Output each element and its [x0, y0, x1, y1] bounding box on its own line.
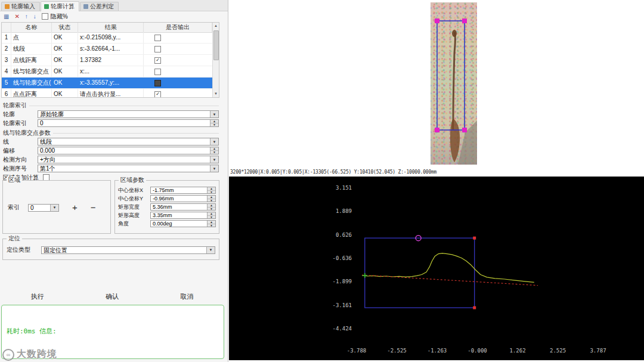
output-checkbox[interactable]: ✓ [154, 57, 161, 64]
move-down-icon[interactable]: ↓ [33, 14, 36, 20]
dropdown-icon[interactable]: ▼ [210, 111, 218, 117]
table-row[interactable]: 5线与轮廓交点(1)OKx:-3.35557,y:... [2, 78, 212, 89]
region-param-spinner[interactable]: -0.96mm▲▼ [150, 195, 216, 202]
spin-down-icon[interactable]: ▼ [210, 123, 218, 126]
region-handle[interactable] [435, 128, 439, 132]
delete-icon[interactable]: ✕ [14, 14, 19, 20]
spinner-value: 5.36mm [151, 204, 207, 210]
intersection-combo[interactable]: 线段▼ [38, 138, 219, 146]
specimen-image[interactable] [431, 2, 477, 165]
cell-result: 请点击执行显... [78, 89, 144, 97]
contour-field-row: 轮廓原始轮廓▼ [3, 110, 219, 119]
region-param-spinner[interactable]: 0.00deg▲▼ [150, 220, 216, 227]
col-result[interactable]: 结果 [78, 23, 144, 32]
intersection-spinner[interactable]: 0.000▲▼ [38, 147, 219, 154]
y-tick-label: 1.889 [336, 208, 352, 214]
image-status-line: 3200*12000|X:0.005|Y:0.005|X:-13305(-66.… [230, 169, 436, 175]
spinner-arrows: ▲▼ [210, 147, 218, 154]
table-row[interactable]: 6点点距离OK请点击执行显...✓ [2, 89, 212, 97]
tab-tolerance[interactable]: 公差判定 [80, 2, 119, 11]
table-scrollbar[interactable]: ▲ ▼ [212, 23, 219, 97]
chart-region-handle[interactable] [473, 237, 476, 240]
region-handle[interactable] [462, 18, 467, 23]
spinner-arrows: ▲▼ [207, 212, 215, 218]
col-name[interactable]: 名称 [11, 23, 52, 32]
dropdown-icon[interactable]: ▼ [210, 156, 218, 163]
move-up-icon[interactable]: ↑ [25, 14, 28, 20]
table-row[interactable]: 3点线距离OK1.37382✓ [2, 55, 212, 66]
region-param-spinner[interactable]: 3.35mm▲▼ [150, 212, 216, 219]
add-region-button[interactable]: + [72, 203, 78, 212]
table-row[interactable]: 2线段OKs:-3.62664,-1... [2, 44, 212, 55]
hide-checkbox[interactable] [42, 13, 48, 20]
chart-region-rect[interactable] [365, 238, 475, 308]
parameter-sections: 轮廓索引 轮廓原始轮廓▼轮廓索引0▲▼ 线与轮廓交点参数 线线段▼偏移0.000… [3, 100, 219, 182]
region-group: 区域 索引 0 ▼ + − [2, 180, 111, 234]
region-param-field-label: 矩形宽度 [118, 203, 149, 211]
row-number: 1 [2, 32, 11, 43]
output-checkbox[interactable] [154, 69, 161, 75]
contour-combo[interactable]: 原始轮廓▼ [38, 110, 219, 118]
execute-button[interactable]: 执行 [25, 291, 50, 302]
tab-contour-input[interactable]: 轮廓输入 [1, 2, 40, 11]
region-param-spinner[interactable]: 5.36mm▲▼ [150, 203, 216, 211]
profile-chart[interactable]: 3.1511.8890.626-0.636-1.899-3.161-4.424-… [229, 177, 644, 360]
spin-down-icon[interactable]: ▼ [208, 224, 215, 227]
region-handle[interactable] [462, 128, 467, 132]
col-output[interactable]: 是否输出 [144, 23, 212, 32]
cell-result: x:-3.35557,y:... [78, 78, 144, 88]
spin-down-icon[interactable]: ▼ [210, 151, 218, 154]
table-row[interactable]: 1点OKx:-0.215098,y... [2, 32, 212, 44]
positioning-group: 定位 定位类型 固定位置 ▼ [2, 239, 219, 260]
cell-output [144, 44, 212, 54]
dropdown-icon[interactable]: ▼ [206, 247, 215, 253]
output-checkbox[interactable] [154, 80, 161, 86]
region-handle[interactable] [435, 18, 439, 23]
output-checkbox[interactable] [154, 35, 161, 41]
scroll-up-icon[interactable]: ▲ [214, 23, 218, 29]
region-param-spinner[interactable]: -1.75mm▲▼ [150, 187, 216, 194]
intersection-combo[interactable]: 第1个▼ [38, 165, 219, 172]
spin-down-icon[interactable]: ▼ [208, 191, 215, 194]
dropdown-icon[interactable]: ▼ [210, 165, 218, 172]
image-region-rect[interactable] [437, 21, 465, 130]
intersection-combo[interactable]: +方向▼ [38, 156, 219, 163]
intersection-field-row: 偏移0.000▲▼ [3, 146, 219, 155]
spin-down-icon[interactable]: ▼ [208, 208, 215, 211]
region-index-combo[interactable]: 0 ▼ [28, 204, 59, 212]
cell-output: ✓ [144, 89, 212, 97]
dropdown-icon[interactable]: ▼ [50, 205, 58, 211]
output-checkbox[interactable]: ✓ [154, 91, 161, 98]
table-row[interactable]: 4线与轮廓交点OKx:... [2, 66, 212, 78]
contour-spinner[interactable]: 0▲▼ [38, 119, 219, 127]
scroll-thumb[interactable] [213, 30, 219, 60]
cancel-button[interactable]: 取消 [174, 291, 199, 302]
combo-value: 原始轮廓 [38, 111, 210, 117]
row-number: 2 [2, 44, 11, 54]
combo-value: +方向 [38, 156, 210, 163]
col-number [2, 23, 11, 32]
scroll-down-icon[interactable]: ▼ [214, 91, 218, 97]
remove-region-button[interactable]: − [91, 203, 96, 212]
row-number: 3 [2, 55, 11, 66]
region-params-title: 区域参数 [119, 177, 146, 184]
intersection-field-row: 线线段▼ [3, 137, 219, 146]
tab-contour-calc[interactable]: 轮廓计算 [41, 1, 79, 11]
spinner-value: 0.000 [38, 147, 210, 154]
spinner-arrows: ▲▼ [210, 120, 218, 126]
grid-icon[interactable]: ▦ [4, 14, 9, 20]
contour-field-label: 轮廓索引 [3, 119, 36, 128]
specimen-shadow [458, 120, 477, 165]
spin-down-icon[interactable]: ▼ [208, 216, 215, 219]
dropdown-icon[interactable]: ▼ [210, 138, 218, 145]
positioning-title: 定位 [7, 235, 22, 242]
positioning-type-combo[interactable]: 固定位置 ▼ [41, 246, 215, 254]
output-checkbox[interactable] [154, 46, 161, 52]
y-tick-label: 3.151 [336, 185, 352, 191]
confirm-button[interactable]: 确认 [100, 291, 125, 302]
chart-region-handle[interactable] [473, 306, 476, 309]
intersection-field-label: 检测序号 [3, 165, 36, 173]
spin-down-icon[interactable]: ▼ [208, 199, 215, 202]
col-status[interactable]: 状态 [52, 23, 78, 32]
cell-result: x:... [78, 66, 144, 77]
